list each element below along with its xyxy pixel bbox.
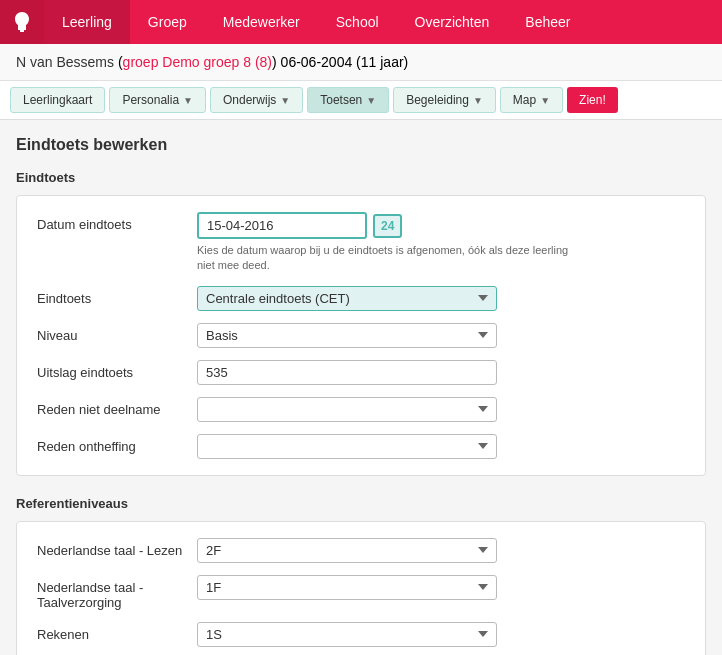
nl-taalverzorging-control-wrap: 1F2F3F (197, 575, 685, 600)
top-navigation: Leerling Groep Medewerker School Overzic… (0, 0, 722, 44)
referentie-card: Nederlandse taal - Lezen 1F2F3F Nederlan… (16, 521, 706, 655)
niveau-label: Niveau (37, 323, 197, 343)
tab-toetsen[interactable]: Toetsen ▼ (307, 87, 389, 113)
datum-row: Datum eindtoets 24 Kies de datum waarop … (37, 212, 685, 274)
reden-label: Reden niet deelname (37, 397, 197, 417)
datum-hint: Kies de datum waarop bij u de eindtoets … (197, 243, 577, 274)
datum-control-wrap: 24 Kies de datum waarop bij u de eindtoe… (197, 212, 685, 274)
rekenen-control-wrap: 1F1S2F (197, 622, 685, 647)
rekenen-select[interactable]: 1F1S2F (197, 622, 497, 647)
nl-taalverzorging-label: Nederlandse taal - Taalverzorging (37, 575, 197, 610)
tab-personalia-label: Personalia (122, 93, 179, 107)
nl-lezen-control-wrap: 1F2F3F (197, 538, 685, 563)
student-bar: N van Bessems (groep Demo groep 8 (8)) 0… (0, 44, 722, 81)
chevron-down-icon: ▼ (366, 95, 376, 106)
nl-lezen-row: Nederlandse taal - Lezen 1F2F3F (37, 538, 685, 563)
tab-map[interactable]: Map ▼ (500, 87, 563, 113)
uitslag-row: Uitslag eindtoets (37, 360, 685, 385)
nav-beheer[interactable]: Beheer (507, 0, 588, 44)
nav-leerling[interactable]: Leerling (44, 0, 130, 44)
tab-begeleiding[interactable]: Begeleiding ▼ (393, 87, 496, 113)
calendar-button[interactable]: 24 (373, 214, 402, 238)
reden-control-wrap (197, 397, 685, 422)
student-dob-value: 06-06-2004 (281, 54, 353, 70)
ontheffing-row: Reden ontheffing (37, 434, 685, 459)
nav-school[interactable]: School (318, 0, 397, 44)
tab-toetsen-label: Toetsen (320, 93, 362, 107)
student-name: N van Bessems (16, 54, 114, 70)
tab-personalia[interactable]: Personalia ▼ (109, 87, 206, 113)
rekenen-label: Rekenen (37, 622, 197, 642)
ontheffing-select[interactable] (197, 434, 497, 459)
sub-navigation: Leerlingkaart Personalia ▼ Onderwijs ▼ T… (0, 81, 722, 120)
niveau-row: Niveau BasisFundamenteelHoog (37, 323, 685, 348)
student-bar-close: ) (272, 54, 277, 70)
chevron-down-icon: ▼ (280, 95, 290, 106)
datum-label: Datum eindtoets (37, 212, 197, 232)
chevron-down-icon: ▼ (183, 95, 193, 106)
eindtoets-control-wrap: Centrale eindtoets (CET) (197, 286, 685, 311)
uitslag-label: Uitslag eindtoets (37, 360, 197, 380)
nav-groep[interactable]: Groep (130, 0, 205, 44)
uitslag-input[interactable] (197, 360, 497, 385)
logo-icon (10, 10, 34, 34)
uitslag-control-wrap (197, 360, 685, 385)
nav-overzichten[interactable]: Overzichten (397, 0, 508, 44)
tab-map-label: Map (513, 93, 536, 107)
tab-onderwijs[interactable]: Onderwijs ▼ (210, 87, 303, 113)
reden-select[interactable] (197, 397, 497, 422)
student-age-value: (11 jaar) (356, 54, 408, 70)
eindtoets-label: Eindtoets (37, 286, 197, 306)
date-input-row: 24 (197, 212, 685, 239)
datum-input[interactable] (197, 212, 367, 239)
reden-row: Reden niet deelname (37, 397, 685, 422)
nl-lezen-select[interactable]: 1F2F3F (197, 538, 497, 563)
zien-button[interactable]: Zien! (567, 87, 618, 113)
eindtoets-card: Datum eindtoets 24 Kies de datum waarop … (16, 195, 706, 476)
section-referentie-title: Referentieniveaus (16, 496, 706, 511)
page-title: Eindtoets bewerken (16, 136, 706, 154)
ontheffing-control-wrap (197, 434, 685, 459)
section-eindtoets-title: Eindtoets (16, 170, 706, 185)
student-group-link[interactable]: groep Demo groep 8 (8) (123, 54, 272, 70)
nl-lezen-label: Nederlandse taal - Lezen (37, 538, 197, 558)
eindtoets-select[interactable]: Centrale eindtoets (CET) (197, 286, 497, 311)
niveau-select[interactable]: BasisFundamenteelHoog (197, 323, 497, 348)
tab-begeleiding-label: Begeleiding (406, 93, 469, 107)
nl-taalverzorging-row: Nederlandse taal - Taalverzorging 1F2F3F (37, 575, 685, 610)
tab-onderwijs-label: Onderwijs (223, 93, 276, 107)
tab-leerlingkaart[interactable]: Leerlingkaart (10, 87, 105, 113)
app-logo (0, 0, 44, 44)
nav-medewerker[interactable]: Medewerker (205, 0, 318, 44)
ontheffing-label: Reden ontheffing (37, 434, 197, 454)
nl-taalverzorging-select[interactable]: 1F2F3F (197, 575, 497, 600)
rekenen-row: Rekenen 1F1S2F (37, 622, 685, 647)
chevron-down-icon: ▼ (540, 95, 550, 106)
niveau-control-wrap: BasisFundamenteelHoog (197, 323, 685, 348)
chevron-down-icon: ▼ (473, 95, 483, 106)
main-content: Eindtoets bewerken Eindtoets Datum eindt… (0, 120, 722, 655)
eindtoets-row: Eindtoets Centrale eindtoets (CET) (37, 286, 685, 311)
